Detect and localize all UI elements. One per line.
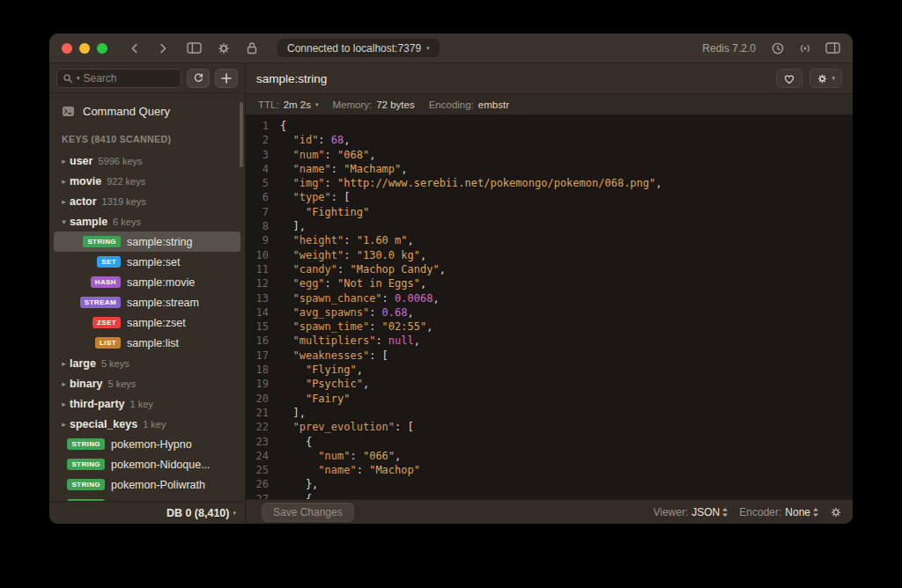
sidebar-toggle-icon[interactable] [187,41,202,55]
db-selector[interactable]: DB 0 (8,410) ▾ [49,501,245,524]
folder-label: actor [70,195,97,208]
folder-key-count: 1319 keys [102,196,146,207]
lock-icon[interactable] [246,41,258,55]
forward-button[interactable] [157,42,169,55]
refresh-button[interactable] [187,69,210,88]
gear-icon [817,73,828,85]
code-line[interactable]: "weight": "130.0 kg", [280,248,426,262]
tree-key-sample:list[interactable]: LISTsample:list [54,333,240,353]
code-line[interactable]: "height": "1.60 m", [280,233,414,247]
tree-key-sample:zset[interactable]: ZSETsample:zset [54,312,240,333]
ttl-control[interactable]: TTL: 2m 2s ▾ [258,99,318,110]
line-number: 4 [246,162,269,176]
code-line[interactable]: "Psychic", [280,377,369,391]
code-line[interactable]: ], [280,219,306,233]
code-line[interactable]: { [280,435,312,449]
command-query-item[interactable]: Command Query [49,99,245,123]
key-actions-menu-button[interactable]: ▾ [810,69,842,88]
code-line[interactable]: "spawn_chance": 0.0068, [280,291,440,305]
line-number: 21 [246,406,269,420]
json-editor[interactable]: 1{2 "id": 68,3 "num": "068",4 "name": "M… [246,114,853,499]
tree-key-pokemon-Poliwrath[interactable]: STRINGpokemon-Poliwrath [54,474,240,495]
code-line[interactable]: "weaknesses": [ [280,349,388,363]
tree-folder-large[interactable]: ▸large5 keys [54,353,240,373]
tree-key-sample:movie[interactable]: HASHsample:movie [54,272,240,292]
code-line[interactable]: "prev_evolution": [ [280,420,414,434]
close-button[interactable] [62,43,72,54]
code-line[interactable]: "img": "http://www.serebii.net/pokemongo… [280,176,662,190]
code-line[interactable]: "id": 68, [280,133,351,147]
code-line[interactable]: ], [280,406,306,420]
chevron-right-icon: ▸ [58,379,70,388]
code-line[interactable]: "Flying", [280,363,363,377]
viewer-settings-button[interactable] [830,506,842,518]
minimize-button[interactable] [79,43,90,54]
back-button[interactable] [129,42,141,55]
folder-key-count: 5996 keys [98,156,142,166]
line-number: 13 [246,291,269,305]
add-key-button[interactable] [215,69,238,88]
tree-folder-sample[interactable]: ▾sample6 keys [54,211,240,232]
tree-folder-movie[interactable]: ▸movie922 keys [54,171,240,191]
tree-key-pokemon-Nidorino[interactable]: STRINGpokemon-Nidorino [54,495,240,501]
memory-label: Memory: [332,99,372,110]
tree-folder-user[interactable]: ▸user5996 keys [54,151,240,171]
viewer-select[interactable]: Viewer: JSON [653,506,728,518]
code-line[interactable]: { [280,119,286,133]
history-icon[interactable] [771,41,785,55]
line-number: 9 [246,233,269,247]
line-number: 22 [246,420,269,434]
key-label: sample:list [127,337,179,349]
save-changes-button[interactable]: Save Changes [262,503,354,522]
line-number: 27 [246,492,269,499]
tree-key-pokemon-Hypno[interactable]: STRINGpokemon-Hypno [54,434,240,454]
line-number: 5 [246,176,269,190]
traffic-lights [62,43,107,54]
code-line[interactable]: "Fairy" [280,392,350,406]
code-line[interactable]: "name": "Machop" [280,463,420,477]
gear-icon[interactable] [217,41,231,55]
encoding-value: embstr [478,99,509,110]
key-label: sample:string [127,236,192,248]
code-line[interactable]: "spawn_time": "02:55", [280,320,433,334]
code-line[interactable]: "Fighting" [280,205,369,219]
search-scope-chevron-icon[interactable]: ▾ [77,75,80,82]
favorite-button[interactable] [776,69,802,88]
panel-toggle-icon[interactable] [825,41,840,55]
folder-key-count: 1 key [130,399,153,409]
code-line[interactable]: "num": "068", [280,148,375,162]
main-panel: sample:string ▾ TTL: 2m 2s ▾ Memory: 72 [246,63,853,524]
code-line[interactable]: "avg_spawns": 0.68, [280,305,414,320]
encoder-select[interactable]: Encoder: None [739,506,819,518]
code-line[interactable]: "name": "Machamp", [280,162,408,176]
tree-folder-third-party[interactable]: ▸third-party1 key [54,393,240,414]
folder-label: sample [70,216,107,228]
tree-key-sample:stream[interactable]: STREAMsample:stream [54,292,240,312]
line-number: 19 [246,377,269,391]
folder-key-count: 5 keys [101,358,129,369]
search-input[interactable]: ▾ Search [56,69,181,88]
code-line[interactable]: "num": "066", [280,449,401,463]
tree-folder-binary[interactable]: ▸binary5 keys [54,373,240,393]
code-line[interactable]: { [280,492,312,499]
connection-selector[interactable]: Connected to localhost:7379 ▾ [277,39,440,57]
sidebar-scrollbar[interactable] [240,102,243,167]
tree-key-sample:set[interactable]: SETsample:set [54,252,240,272]
code-line[interactable]: "type": [ [280,190,351,204]
tree-folder-special_keys[interactable]: ▸special_keys1 key [54,414,240,434]
tree-key-sample:string[interactable]: STRINGsample:string [54,232,240,252]
key-label: sample:stream [127,297,199,309]
zoom-button[interactable] [97,43,107,54]
code-line[interactable]: }, [280,477,318,491]
code-line[interactable]: "multipliers": null, [280,334,420,348]
tree-key-pokemon-Nidoque...[interactable]: STRINGpokemon-Nidoque... [54,454,240,474]
code-line[interactable]: "egg": "Not in Eggs", [280,276,426,290]
code-line[interactable]: "candy": "Machop Candy", [280,262,446,276]
encoder-value: None [785,506,810,518]
signal-icon[interactable] [798,41,812,55]
updown-icon [812,507,819,518]
tree-folder-actor[interactable]: ▸actor1319 keys [54,191,240,211]
type-badge: SET [97,256,121,268]
terminal-icon [62,106,75,117]
chevron-right-icon: ▸ [58,177,70,186]
